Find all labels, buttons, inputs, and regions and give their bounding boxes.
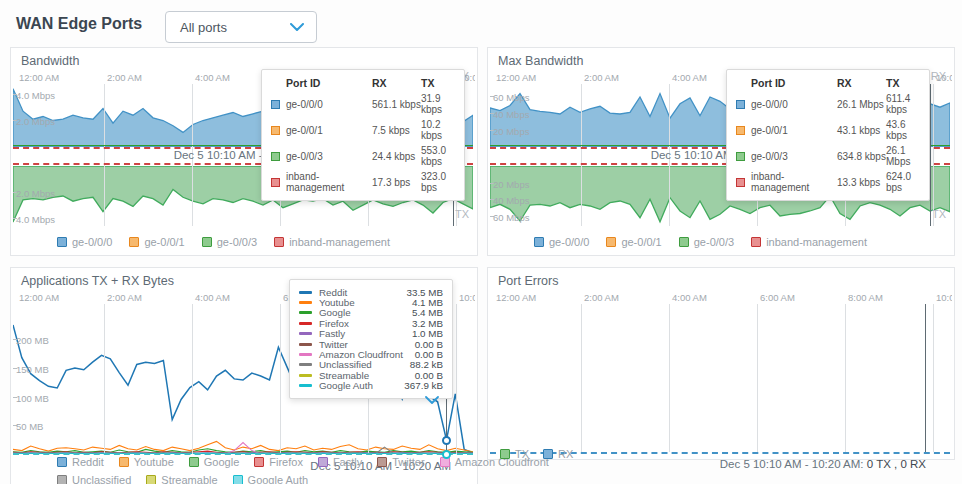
tooltip-header-port: Port ID [751, 77, 837, 89]
app-name: Firefox [319, 318, 412, 329]
legend-item-streamable[interactable]: Streamable [146, 474, 217, 484]
app-value: 4.1 MB [412, 297, 443, 308]
legend-item-inband-management[interactable]: inband-management [751, 236, 867, 248]
legend-label: ge-0/0/1 [144, 236, 184, 248]
bandwidth-panel: Bandwidth RX TX Dec 5 10:10 AM - 10:20 A… [10, 47, 478, 256]
legend-label: ge-0/0/3 [694, 236, 734, 248]
legend-label: Google Auth [248, 474, 309, 484]
app-value: 0.00 B [415, 339, 443, 350]
bandwidth-legend: ge-0/0/0 ge-0/0/1 ge-0/0/3 inband-manage… [57, 236, 390, 248]
x-gridline [456, 304, 457, 454]
x-gridline [933, 304, 934, 452]
hover-cursor-line [925, 304, 926, 452]
port-id: ge-0/0/3 [286, 151, 372, 162]
port-id: ge-0/0/1 [286, 125, 372, 136]
app-value: 0.00 B [415, 370, 443, 381]
x-axis-label: 12:00 AM [19, 292, 59, 303]
ports-dropdown-value: All ports [180, 20, 290, 35]
tooltip-header-tx: TX [886, 77, 920, 89]
port-swatch [736, 100, 745, 109]
legend-item-fastly[interactable]: Fastly [318, 456, 362, 468]
chevron-down-icon[interactable] [425, 396, 439, 404]
y-axis-label: 2.0 Mbps [16, 116, 55, 127]
applications-panel: Applications TX + RX Bytes Dec 5 10:10 A… [10, 267, 478, 484]
time-range-label: Dec 5 10:10 AM - 10:20 AM: 0 TX , 0 RX [720, 458, 926, 470]
y-axis-label: 20 Mbps [493, 179, 529, 190]
legend-item-firefox[interactable]: Firefox [254, 456, 303, 468]
port-swatch [736, 178, 745, 187]
legend-item-ge-0-0-1[interactable]: ge-0/0/1 [129, 236, 184, 248]
legend-item-ge-0-0-3[interactable]: ge-0/0/3 [679, 236, 734, 248]
x-axis-label: 10:00 AM [459, 292, 475, 303]
legend-item-google-auth[interactable]: Google Auth [233, 474, 309, 484]
legend-item-ge-0-0-3[interactable]: ge-0/0/3 [202, 236, 257, 248]
max-bandwidth-panel: Max Bandwidth RX TX Dec 5 10:10 AM - 10:… [487, 47, 955, 256]
x-axis-label: 2:00 AM [107, 292, 142, 303]
legend-item-tx[interactable]: TX [500, 448, 529, 460]
panel-title: Max Bandwidth [498, 54, 583, 68]
legend-swatch [129, 237, 139, 247]
x-gridline [192, 304, 193, 454]
legend-swatch [189, 457, 199, 467]
legend-item-unclassified[interactable]: Unclassified [57, 474, 131, 484]
x-axis-label: 2:00 AM [584, 292, 619, 303]
legend-swatch [233, 475, 243, 484]
errors-values-text: 0 TX , 0 RX [867, 458, 926, 470]
legend-swatch [57, 475, 67, 484]
tooltip-header-rx: RX [372, 77, 421, 89]
x-axis-label: 12:00 AM [19, 72, 59, 83]
panel-title: Applications TX + RX Bytes [21, 274, 174, 288]
legend-item-google[interactable]: Google [189, 456, 239, 468]
legend-item-ge-0-0-1[interactable]: ge-0/0/1 [606, 236, 661, 248]
page-title: WAN Edge Ports [16, 15, 142, 33]
app-name: Twitter [319, 339, 415, 350]
applications-tooltip: Reddit33.5 MB Youtube4.1 MB Google5.4 MB… [289, 279, 453, 399]
app-name: Fastly [319, 328, 412, 339]
port-id: ge-0/0/0 [286, 99, 372, 110]
series-dash-swatch [299, 311, 312, 314]
legend-label: Firefox [269, 456, 303, 468]
max-bandwidth-tooltip: Port ID RX TX ge-0/0/0 26.1 Mbps 611.4 k… [726, 69, 930, 201]
tx-corner-label: TX [932, 208, 946, 220]
y-axis-label: 4.0 Mbps [16, 90, 55, 101]
series-dash-swatch [299, 384, 312, 387]
ports-dropdown[interactable]: All ports [165, 11, 317, 43]
legend-label: ge-0/0/3 [217, 236, 257, 248]
legend-item-inband-management[interactable]: inband-management [274, 236, 390, 248]
legend-item-reddit[interactable]: Reddit [57, 456, 104, 468]
legend-swatch [606, 237, 616, 247]
x-axis-label: 10:00 AM [936, 72, 952, 83]
legend-item-ge-0-0-0[interactable]: ge-0/0/0 [534, 236, 589, 248]
legend-label: ge-0/0/0 [72, 236, 112, 248]
port-rx: 13.3 kbps [837, 177, 886, 188]
app-name: Streamable [319, 370, 415, 381]
x-axis-label: 6:00 AM [760, 292, 795, 303]
x-gridline [669, 304, 670, 452]
port-rx: 24.4 kbps [372, 151, 421, 162]
y-axis-label: 200 MB [16, 335, 49, 346]
panel-title: Bandwidth [21, 54, 79, 68]
app-value: 88.2 kB [410, 359, 443, 370]
port-errors-chart[interactable]: Dec 5 10:10 AM - 10:20 AM: 0 TX , 0 RX 1… [490, 290, 952, 472]
series-dash-swatch [299, 363, 312, 366]
port-swatch [271, 152, 280, 161]
x-gridline [280, 304, 281, 454]
series-dash-swatch [299, 322, 312, 325]
legend-item-youtube[interactable]: Youtube [119, 456, 174, 468]
port-tx: 43.6 kbps [886, 119, 920, 141]
legend-item-rx[interactable]: RX [543, 448, 573, 460]
legend-swatch [751, 237, 761, 247]
legend-item-ge-0-0-0[interactable]: ge-0/0/0 [57, 236, 112, 248]
legend-item-twitter[interactable]: Twitter [377, 456, 424, 468]
tx-corner-label: TX [455, 208, 469, 220]
y-axis-label: 20 Mbps [493, 126, 529, 137]
y-axis-label: 40 Mbps [493, 195, 529, 206]
legend-swatch [57, 457, 67, 467]
legend-label: Unclassified [72, 474, 131, 484]
y-axis-label: 60 Mbps [493, 212, 529, 223]
legend-label: inband-management [766, 236, 867, 248]
x-gridline [581, 304, 582, 452]
x-axis-label: 4:00 AM [672, 292, 707, 303]
port-tx: 26.1 Mbps [886, 145, 920, 167]
app-value: 367.9 kB [404, 380, 443, 391]
